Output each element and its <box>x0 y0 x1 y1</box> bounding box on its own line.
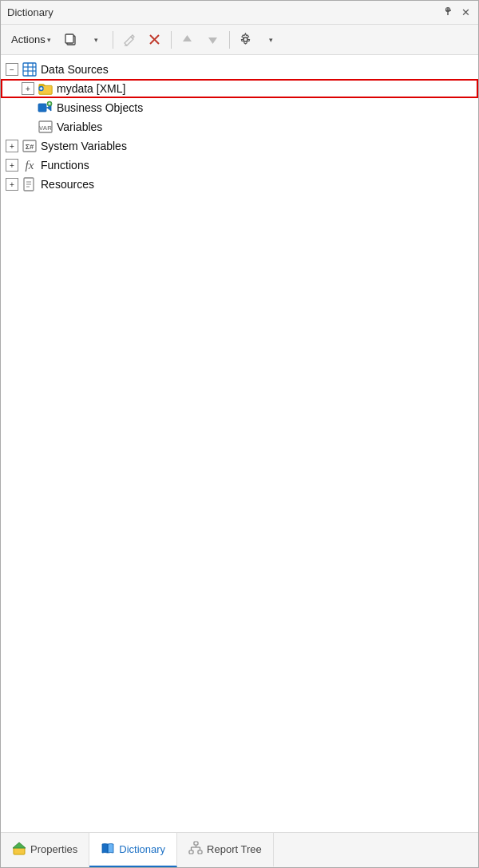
tab-dictionary[interactable]: Dictionary <box>89 833 177 867</box>
svg-text:VAR: VAR <box>39 124 53 132</box>
expand-sysvars[interactable]: + <box>6 140 18 152</box>
mydata-label: mydata [XML] <box>57 82 125 95</box>
functions-label: Functions <box>41 159 89 172</box>
title-bar-controls: ✕ <box>441 6 472 19</box>
copy-dropdown-button[interactable]: ▾ <box>85 30 108 50</box>
svg-rect-11 <box>23 63 36 76</box>
copy-chevron: ▾ <box>94 36 98 44</box>
separator-2 <box>171 31 172 49</box>
resources-icon <box>22 176 38 192</box>
tree-panel: − Data Sources + <box>1 55 478 832</box>
tab-properties[interactable]: Properties <box>1 833 89 867</box>
expand-functions[interactable]: + <box>6 159 18 172</box>
title-bar: Dictionary ✕ <box>1 1 478 25</box>
tab-report-tree[interactable]: Report Tree <box>177 833 274 867</box>
copy-icon <box>64 33 77 46</box>
actions-button[interactable]: Actions ▾ <box>6 30 57 49</box>
tree-node-functions[interactable]: + fx Functions <box>1 156 478 175</box>
settings-icon <box>239 33 252 46</box>
bizobj-icon <box>38 100 53 116</box>
datasource-icon <box>22 61 38 77</box>
move-up-button[interactable] <box>176 30 199 50</box>
expand-datasources[interactable]: − <box>6 63 18 76</box>
tab-properties-label: Properties <box>30 843 77 855</box>
settings-chevron: ▾ <box>269 36 273 44</box>
actions-chevron: ▾ <box>47 36 51 44</box>
settings-button[interactable] <box>235 30 257 50</box>
resources-label: Resources <box>41 178 94 191</box>
variables-placeholder <box>22 120 34 133</box>
delete-icon <box>148 34 160 45</box>
delete-button[interactable] <box>144 30 166 50</box>
separator-1 <box>113 31 113 49</box>
dictionary-tab-icon <box>101 841 115 858</box>
window-title: Dictionary <box>7 6 53 18</box>
tree-node-bizobj[interactable]: Business Objects <box>1 98 478 117</box>
report-tree-tab-icon <box>188 841 203 858</box>
bottom-tabs: Properties Dictionary Re <box>1 832 478 867</box>
edit-button[interactable] <box>118 30 141 50</box>
datasources-label: Data Sources <box>41 63 109 76</box>
pin-icon <box>443 6 453 17</box>
svg-rect-37 <box>194 842 198 845</box>
move-down-icon <box>207 34 219 45</box>
svg-marker-35 <box>13 842 26 848</box>
actions-label: Actions <box>11 34 46 45</box>
bizobj-placeholder <box>22 101 34 114</box>
svg-text:Σ#: Σ# <box>26 143 34 151</box>
tree-node-sysvars[interactable]: + Σ# System Variables <box>1 136 478 156</box>
expand-resources[interactable]: + <box>6 178 18 191</box>
separator-3 <box>229 31 230 49</box>
svg-rect-38 <box>189 850 193 854</box>
sysvars-label: System Variables <box>41 140 127 152</box>
variables-icon: VAR <box>38 119 53 135</box>
tree-node-mydata[interactable]: + mydata [XML] <box>1 79 478 98</box>
svg-marker-8 <box>183 35 192 41</box>
copy-button[interactable] <box>60 30 82 50</box>
pin-button[interactable] <box>441 6 455 19</box>
close-button[interactable]: ✕ <box>460 6 472 18</box>
edit-icon <box>123 34 136 46</box>
toolbar: Actions ▾ ▾ <box>1 25 478 55</box>
move-down-button[interactable] <box>202 30 224 50</box>
bizobj-label: Business Objects <box>57 101 143 114</box>
svg-marker-9 <box>208 37 217 44</box>
tree-node-variables[interactable]: VAR Variables <box>1 117 478 136</box>
variables-label: Variables <box>57 120 102 133</box>
functions-icon: fx <box>22 157 38 173</box>
tree-node-datasources[interactable]: − Data Sources <box>1 60 478 79</box>
tree-node-resources[interactable]: + Resources <box>1 175 478 194</box>
sysvars-icon: Σ# <box>22 138 38 154</box>
svg-rect-39 <box>198 850 202 854</box>
move-up-icon <box>181 34 193 45</box>
svg-rect-4 <box>65 34 73 43</box>
settings-dropdown-button[interactable]: ▾ <box>260 30 283 50</box>
folder-xml-icon <box>38 81 53 97</box>
tab-dictionary-label: Dictionary <box>119 843 165 855</box>
properties-tab-icon <box>12 841 26 858</box>
tab-report-tree-label: Report Tree <box>207 843 262 855</box>
expand-mydata[interactable]: + <box>22 82 34 95</box>
